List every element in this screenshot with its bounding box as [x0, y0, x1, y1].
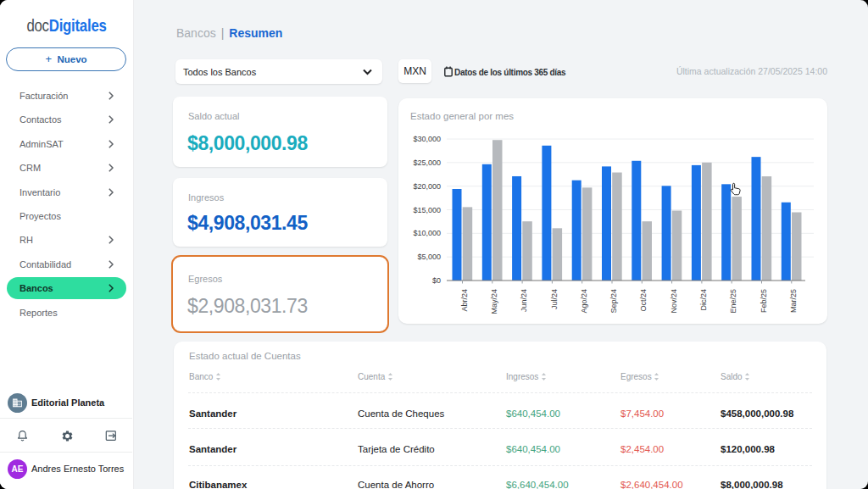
- svg-text:Nov/24: Nov/24: [670, 289, 678, 314]
- svg-text:$0: $0: [432, 276, 441, 285]
- svg-text:Oct/24: Oct/24: [639, 289, 648, 312]
- svg-text:Ene/25: Ene/25: [729, 289, 737, 314]
- svg-text:Dic/24: Dic/24: [699, 289, 708, 311]
- svg-text:$5,000: $5,000: [417, 253, 441, 261]
- svg-text:Jun/24: Jun/24: [520, 289, 528, 312]
- svg-text:$30,000: $30,000: [413, 135, 441, 143]
- svg-text:Feb/25: Feb/25: [760, 289, 768, 313]
- svg-text:May/24: May/24: [490, 289, 498, 314]
- svg-text:Ago/24: Ago/24: [580, 289, 588, 314]
- svg-text:Abr/24: Abr/24: [460, 289, 469, 312]
- svg-text:$20,000: $20,000: [413, 182, 441, 191]
- svg-text:$25,000: $25,000: [413, 158, 441, 167]
- svg-text:$10,000: $10,000: [413, 229, 441, 237]
- svg-text:Sep/24: Sep/24: [609, 289, 618, 314]
- svg-text:$15,000: $15,000: [413, 206, 441, 214]
- svg-text:Jul/24: Jul/24: [550, 289, 559, 309]
- svg-text:Mar/25: Mar/25: [789, 289, 798, 313]
